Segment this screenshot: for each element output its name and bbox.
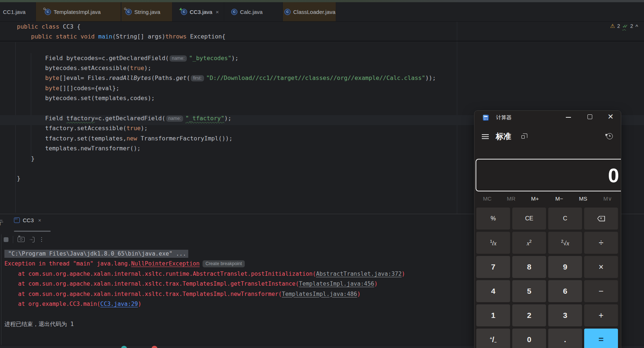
class-icon: C [181,9,187,15]
window-close-button[interactable]: ✕ [603,111,619,123]
console-line: Exception in thread "main" java.lang.Nul… [4,259,245,269]
sticky-code-line: public class CC3 { [17,22,80,32]
token: "C:\Program Files\Java\jdk1.8.0_65\bin\j… [4,250,188,258]
token: "_bytecodes" [189,55,232,62]
calc-button-1xx[interactable]: 1/x [476,232,510,254]
readonly-key-icon [124,8,126,10]
code-line: templates.newTransformer(); [17,143,141,153]
tab-string[interactable]: C String.java [121,2,172,21]
calc-button-+xx[interactable]: +/− [476,329,510,348]
token: main [98,33,113,40]
stack-trace-link[interactable]: AbstractTranslet.java:372 [316,271,401,277]
tool-window-edge [1,234,1,348]
calc-button-C[interactable]: C [548,208,582,230]
tab-calc[interactable]: C Calc.java [225,2,283,21]
calc-button-0[interactable]: 0 [512,329,546,348]
memory-m[interactable]: M− [551,195,567,202]
stop-button[interactable] [4,237,8,242]
memory-mc[interactable]: MC [479,195,495,202]
close-icon[interactable]: × [216,9,219,15]
console-tab-label: CC3 [23,217,34,223]
calc-button-.[interactable]: . [548,329,582,348]
calc-button-%[interactable]: % [476,208,510,230]
calc-button-=[interactable]: = [584,329,618,348]
calc-button-5[interactable]: 5 [512,280,546,302]
calculator-nav: 标准 [474,131,621,144]
maximize-button[interactable] [582,111,598,123]
tool-window-stripe-label[interactable]: 亍 [0,219,5,227]
chevron-up-icon[interactable]: ^ [635,23,638,29]
calc-button-xxx[interactable]: 2√x [548,232,582,254]
memory-m+[interactable]: M+ [527,195,543,202]
calculator-window: 计算器 ✕ 标准 0 MCMRM+M−MSM∨ %CEC×1/xx22√x÷78… [474,111,621,348]
calc-button-4[interactable]: 4 [476,280,510,302]
tab-label: CC3.java [190,9,212,15]
calc-button-CE[interactable]: CE [512,208,546,230]
calc-button-xx[interactable]: x2 [512,232,546,254]
code-line: Field tfactory=c.getDeclaredField(name:"… [17,113,232,123]
calc-button-3[interactable]: 3 [548,304,582,326]
token: bytecodes.setAccessible( [17,65,130,72]
token [17,85,45,92]
calc-button-6[interactable]: 6 [548,280,582,302]
code-line: byte[][]codes={eval}; [17,83,119,93]
stack-trace-link[interactable]: CC3.java:29 [100,301,138,307]
create-breakpoint-chip[interactable]: Create breakpoint [203,260,245,267]
thread-dump-camera-icon[interactable] [18,237,25,242]
stack-trace-link[interactable]: NullPointerException [131,260,200,267]
token: readAllBytes [109,74,151,81]
memory-row: MCMRM+M−MSM∨ [474,195,621,205]
token: (String[] args) [112,33,165,40]
token: tfactory.set(templates, [17,135,127,142]
calc-button-x[interactable]: − [584,280,618,302]
tab-templatesimpl[interactable]: C TemplatesImpl.java [36,2,121,21]
editor-tab-bar: CC1.java C TemplatesImpl.java C String.j… [0,2,644,22]
stack-trace-link[interactable]: TemplatesImpl.java:486 [282,291,357,297]
calc-button-+[interactable]: + [584,304,618,326]
token [17,74,45,81]
calculator-app-icon [483,115,489,121]
token: } [17,175,21,182]
calc-button-x[interactable]: × [584,208,618,230]
console-tab-cc3[interactable]: CC3 × [14,217,41,223]
calc-button-x[interactable]: × [584,256,618,278]
memory-ms[interactable]: MS [575,195,591,202]
console-icon [14,217,20,223]
calc-button-x[interactable]: ÷ [584,232,618,254]
history-icon[interactable] [607,133,613,139]
code-line: bytecodes.set(templates,codes); [17,93,155,103]
code-line: Field bytecodes=c.getDeclaredField(name:… [17,53,239,63]
class-icon: C [45,9,51,15]
token [52,33,56,40]
warning-icon: ⚠ [610,23,615,29]
console-line: at com.sun.org.apache.xalan.internal.xsl… [4,269,405,279]
hamburger-menu-icon[interactable] [482,134,489,139]
tab-label: TemplatesImpl.java [54,9,101,15]
calc-button-2[interactable]: 2 [512,304,546,326]
calc-button-9[interactable]: 9 [548,256,582,278]
calc-button-1[interactable]: 1 [476,304,510,326]
console-line: at com.sun.org.apache.xalan.internal.xsl… [4,289,361,299]
calculator-titlebar[interactable]: 计算器 ✕ [474,111,621,125]
tab-cc3[interactable]: C CC3.java × [173,2,224,21]
token: =c.getDeclaredField( [95,115,165,122]
indent-guide [15,42,16,213]
token: public [31,33,52,40]
keep-on-top-icon[interactable] [523,133,527,138]
calc-button-7[interactable]: 7 [476,256,510,278]
token: void [80,33,95,40]
stack-trace-link[interactable]: TemplatesImpl.java:456 [299,281,374,287]
token: ) [374,281,378,287]
tab-classloader[interactable]: C ClassLoader.java [283,2,336,21]
token: true [130,65,144,72]
minimize-button[interactable] [560,111,576,123]
close-icon[interactable]: × [38,217,41,223]
inspections-widget[interactable]: ⚠ 2 ✓✓ 2 ^ [610,23,638,29]
tab-cc1[interactable]: CC1.java [0,2,36,21]
token: public [17,23,38,30]
more-options-icon[interactable]: ⋮ [39,236,44,243]
memory-mr[interactable]: MR [503,195,519,202]
exit-icon[interactable] [29,237,34,242]
memory-m[interactable]: M∨ [600,195,616,202]
calc-button-8[interactable]: 8 [512,256,546,278]
